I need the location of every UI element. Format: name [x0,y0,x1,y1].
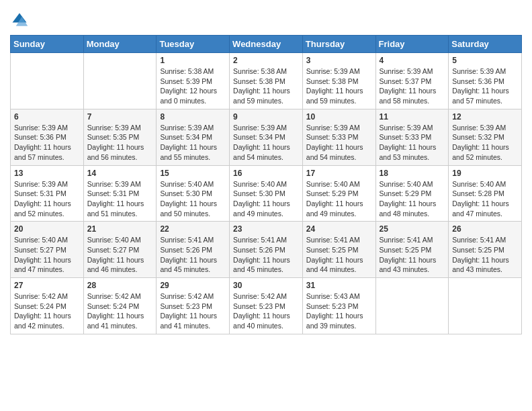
day-number: 16 [233,169,299,178]
day-number: 22 [160,224,226,234]
day-info: Sunrise: 5:39 AM Sunset: 5:33 PM Dayligh… [380,123,445,163]
day-info: Sunrise: 5:41 AM Sunset: 5:26 PM Dayligh… [160,235,226,275]
calendar-cell: 16Sunrise: 5:40 AM Sunset: 5:30 PM Dayli… [230,165,303,222]
day-info: Sunrise: 5:39 AM Sunset: 5:36 PM Dayligh… [14,123,80,163]
day-number: 23 [233,224,299,234]
day-info: Sunrise: 5:40 AM Sunset: 5:28 PM Dayligh… [452,179,518,219]
day-info: Sunrise: 5:43 AM Sunset: 5:23 PM Dayligh… [306,291,372,331]
day-number: 17 [306,169,372,178]
calendar-cell: 14Sunrise: 5:39 AM Sunset: 5:31 PM Dayli… [83,165,157,222]
day-number: 11 [380,112,445,122]
calendar-cell: 5Sunrise: 5:39 AM Sunset: 5:36 PM Daylig… [449,53,522,109]
calendar-cell: 11Sunrise: 5:39 AM Sunset: 5:33 PM Dayli… [375,109,449,165]
calendar-cell: 31Sunrise: 5:43 AM Sunset: 5:23 PM Dayli… [302,278,375,334]
day-info: Sunrise: 5:39 AM Sunset: 5:34 PM Dayligh… [233,123,299,163]
day-info: Sunrise: 5:39 AM Sunset: 5:37 PM Dayligh… [380,66,445,106]
calendar-table: SundayMondayTuesdayWednesdayThursdayFrid… [10,35,522,334]
calendar-cell: 15Sunrise: 5:40 AM Sunset: 5:30 PM Dayli… [157,165,230,222]
calendar-header-row: SundayMondayTuesdayWednesdayThursdayFrid… [11,36,522,53]
calendar-cell [11,53,84,109]
day-info: Sunrise: 5:40 AM Sunset: 5:30 PM Dayligh… [233,179,299,219]
calendar-cell: 13Sunrise: 5:39 AM Sunset: 5:31 PM Dayli… [11,165,84,222]
day-of-week-header: Tuesday [157,36,230,53]
calendar-cell [375,278,449,334]
day-info: Sunrise: 5:40 AM Sunset: 5:27 PM Dayligh… [14,235,80,275]
day-number: 31 [306,281,372,290]
day-number: 19 [452,169,518,178]
day-number: 21 [87,224,153,234]
calendar-cell: 19Sunrise: 5:40 AM Sunset: 5:28 PM Dayli… [449,165,522,222]
day-number: 14 [87,169,153,178]
day-info: Sunrise: 5:41 AM Sunset: 5:25 PM Dayligh… [380,235,445,275]
day-number: 29 [160,281,226,290]
day-info: Sunrise: 5:39 AM Sunset: 5:36 PM Dayligh… [452,66,518,106]
calendar-cell: 7Sunrise: 5:39 AM Sunset: 5:35 PM Daylig… [83,109,157,165]
day-number: 10 [306,112,372,122]
calendar-cell: 17Sunrise: 5:40 AM Sunset: 5:29 PM Dayli… [302,165,375,222]
day-number: 26 [452,224,518,234]
calendar-cell: 6Sunrise: 5:39 AM Sunset: 5:36 PM Daylig… [11,109,84,165]
day-number: 6 [14,112,80,122]
day-number: 8 [160,112,226,122]
day-info: Sunrise: 5:40 AM Sunset: 5:29 PM Dayligh… [380,179,445,219]
day-info: Sunrise: 5:38 AM Sunset: 5:38 PM Dayligh… [233,66,299,106]
day-info: Sunrise: 5:39 AM Sunset: 5:33 PM Dayligh… [306,123,372,163]
calendar-cell: 27Sunrise: 5:42 AM Sunset: 5:24 PM Dayli… [11,278,84,334]
day-number: 28 [87,281,153,290]
calendar-cell: 26Sunrise: 5:41 AM Sunset: 5:25 PM Dayli… [449,222,522,278]
day-number: 3 [306,56,372,65]
day-info: Sunrise: 5:42 AM Sunset: 5:24 PM Dayligh… [87,291,153,331]
day-number: 2 [233,56,299,65]
day-info: Sunrise: 5:42 AM Sunset: 5:23 PM Dayligh… [160,291,226,331]
day-info: Sunrise: 5:40 AM Sunset: 5:29 PM Dayligh… [306,179,372,219]
day-number: 1 [160,56,226,65]
day-info: Sunrise: 5:40 AM Sunset: 5:27 PM Dayligh… [87,235,153,275]
calendar-week-row: 6Sunrise: 5:39 AM Sunset: 5:36 PM Daylig… [11,109,522,165]
day-of-week-header: Saturday [449,36,522,53]
calendar-cell [449,278,522,334]
day-number: 27 [14,281,80,290]
day-number: 30 [233,281,299,290]
day-number: 18 [380,169,445,178]
day-info: Sunrise: 5:39 AM Sunset: 5:32 PM Dayligh… [452,123,518,163]
calendar-cell [83,53,157,109]
day-number: 5 [452,56,518,65]
day-info: Sunrise: 5:39 AM Sunset: 5:38 PM Dayligh… [306,66,372,106]
day-info: Sunrise: 5:42 AM Sunset: 5:23 PM Dayligh… [233,291,299,331]
day-of-week-header: Monday [83,36,157,53]
day-number: 4 [380,56,445,65]
day-info: Sunrise: 5:41 AM Sunset: 5:25 PM Dayligh… [306,235,372,275]
calendar-week-row: 13Sunrise: 5:39 AM Sunset: 5:31 PM Dayli… [11,165,522,222]
day-number: 12 [452,112,518,122]
day-info: Sunrise: 5:40 AM Sunset: 5:30 PM Dayligh… [160,179,226,219]
day-number: 15 [160,169,226,178]
day-info: Sunrise: 5:38 AM Sunset: 5:39 PM Dayligh… [160,66,226,106]
calendar-cell: 8Sunrise: 5:39 AM Sunset: 5:34 PM Daylig… [157,109,230,165]
calendar-cell: 21Sunrise: 5:40 AM Sunset: 5:27 PM Dayli… [83,222,157,278]
page-header [10,7,522,30]
day-number: 13 [14,169,80,178]
day-number: 24 [306,224,372,234]
calendar-cell: 22Sunrise: 5:41 AM Sunset: 5:26 PM Dayli… [157,222,230,278]
day-of-week-header: Wednesday [230,36,303,53]
calendar-week-row: 20Sunrise: 5:40 AM Sunset: 5:27 PM Dayli… [11,222,522,278]
calendar-cell: 3Sunrise: 5:39 AM Sunset: 5:38 PM Daylig… [302,53,375,109]
calendar-cell: 1Sunrise: 5:38 AM Sunset: 5:39 PM Daylig… [157,53,230,109]
logo [10,11,32,30]
day-number: 20 [14,224,80,234]
day-info: Sunrise: 5:39 AM Sunset: 5:31 PM Dayligh… [14,179,80,219]
day-number: 7 [87,112,153,122]
calendar-cell: 29Sunrise: 5:42 AM Sunset: 5:23 PM Dayli… [157,278,230,334]
day-of-week-header: Thursday [302,36,375,53]
logo-icon [10,11,29,30]
calendar-week-row: 1Sunrise: 5:38 AM Sunset: 5:39 PM Daylig… [11,53,522,109]
calendar-cell: 25Sunrise: 5:41 AM Sunset: 5:25 PM Dayli… [375,222,449,278]
day-number: 25 [380,224,445,234]
day-info: Sunrise: 5:42 AM Sunset: 5:24 PM Dayligh… [14,291,80,331]
day-of-week-header: Friday [375,36,449,53]
calendar-cell: 2Sunrise: 5:38 AM Sunset: 5:38 PM Daylig… [230,53,303,109]
calendar-cell: 18Sunrise: 5:40 AM Sunset: 5:29 PM Dayli… [375,165,449,222]
day-info: Sunrise: 5:39 AM Sunset: 5:31 PM Dayligh… [87,179,153,219]
calendar-cell: 28Sunrise: 5:42 AM Sunset: 5:24 PM Dayli… [83,278,157,334]
day-info: Sunrise: 5:39 AM Sunset: 5:35 PM Dayligh… [87,123,153,163]
